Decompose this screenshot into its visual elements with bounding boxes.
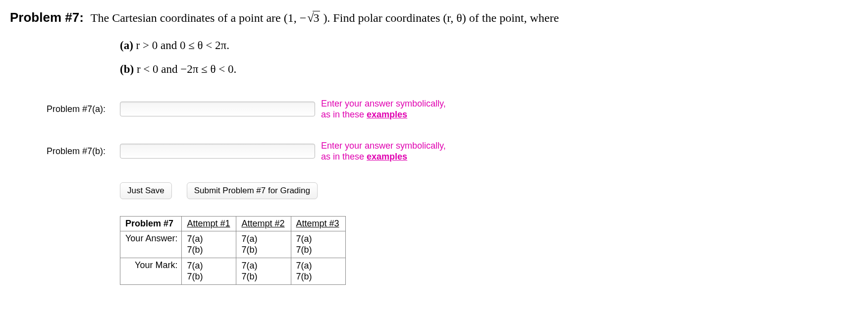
cell-sub-b3: 7(b) — [296, 245, 312, 255]
submit-button[interactable]: Submit Problem #7 for Grading — [187, 182, 318, 199]
answer-b-label: Problem #7(b): — [10, 146, 120, 157]
attempt-3-header[interactable]: Attempt #3 — [291, 216, 345, 231]
mark-cell-3: 7(a)7(b) — [291, 258, 345, 284]
your-answer-label: Your Answer: — [120, 231, 182, 258]
attempt-2-header[interactable]: Attempt #2 — [236, 216, 291, 231]
part-a: (a) r > 0 and 0 ≤ θ < 2π. — [120, 35, 858, 56]
table-corner: Problem #7 — [120, 216, 182, 231]
statement-pre: The Cartesian coordinates of a point are… — [91, 11, 306, 24]
button-row: Just Save Submit Problem #7 for Grading — [120, 182, 858, 199]
problem-number: Problem #7: — [10, 10, 84, 25]
attempts-table: Problem #7 Attempt #1 Attempt #2 Attempt… — [120, 216, 346, 285]
answer-cell-2: 7(a)7(b) — [236, 231, 291, 258]
answer-a-input[interactable] — [120, 102, 315, 116]
cell-sub-ma2: 7(a) — [241, 261, 257, 271]
answer-cell-1: 7(a)7(b) — [182, 231, 236, 258]
cell-sub-b2: 7(b) — [241, 245, 257, 255]
problem-statement: The Cartesian coordinates of a point are… — [91, 10, 559, 26]
answer-row-b: Problem #7(b): Enter your answer symboli… — [10, 140, 858, 163]
table-header-row: Problem #7 Attempt #1 Attempt #2 Attempt… — [120, 216, 346, 231]
problem-header: Problem #7: The Cartesian coordinates of… — [10, 10, 858, 26]
mark-cell-1: 7(a)7(b) — [182, 258, 236, 284]
hint-line2-pre: as in these — [321, 110, 367, 119]
answer-a-label: Problem #7(a): — [10, 104, 120, 114]
cell-sub-a3: 7(a) — [296, 234, 312, 244]
cell-sub-a2: 7(a) — [241, 234, 257, 244]
part-b-text: r < 0 and −2π ≤ θ < 0. — [137, 63, 236, 75]
part-b-label: (b) — [120, 63, 134, 75]
examples-link[interactable]: examples — [367, 110, 407, 119]
just-save-button[interactable]: Just Save — [120, 182, 172, 199]
cell-sub-mb2: 7(b) — [241, 272, 257, 281]
hint-line1: Enter your answer symbolically, — [321, 99, 446, 109]
answer-block: Problem #7(a): Enter your answer symboli… — [10, 98, 858, 163]
table-answer-row: Your Answer: 7(a)7(b) 7(a)7(b) 7(a)7(b) — [120, 231, 346, 258]
cell-sub-ma1: 7(a) — [187, 261, 203, 271]
examples-link-b[interactable]: examples — [367, 152, 407, 162]
sqrt-icon: √3 — [306, 10, 320, 26]
attempt-1-header[interactable]: Attempt #1 — [182, 216, 236, 231]
part-b: (b) r < 0 and −2π ≤ θ < 0. — [120, 58, 858, 80]
cell-sub-ma3: 7(a) — [296, 261, 312, 271]
problem-parts: (a) r > 0 and 0 ≤ θ < 2π. (b) r < 0 and … — [120, 35, 858, 80]
cell-sub-mb3: 7(b) — [296, 272, 312, 281]
answer-row-a: Problem #7(a): Enter your answer symboli… — [10, 98, 858, 120]
statement-post: ). Find polar coordinates (r, θ) of the … — [320, 11, 559, 24]
table-mark-row: Your Mark: 7(a)7(b) 7(a)7(b) 7(a)7(b) — [120, 258, 346, 284]
part-a-text: r > 0 and 0 ≤ θ < 2π. — [136, 39, 229, 52]
hint-line2-pre-b: as in these — [321, 152, 367, 162]
your-mark-label: Your Mark: — [120, 258, 182, 284]
answer-b-input[interactable] — [120, 144, 315, 159]
part-a-label: (a) — [120, 39, 133, 52]
answer-a-hint: Enter your answer symbolically, as in th… — [321, 98, 446, 120]
mark-cell-2: 7(a)7(b) — [236, 258, 291, 284]
cell-sub-mb1: 7(b) — [187, 272, 203, 281]
answer-cell-3: 7(a)7(b) — [291, 231, 345, 258]
cell-sub-b: 7(b) — [187, 245, 203, 255]
answer-b-hint: Enter your answer symbolically, as in th… — [321, 140, 446, 163]
cell-sub-a: 7(a) — [187, 234, 203, 244]
hint-line1-b: Enter your answer symbolically, — [321, 141, 446, 151]
sqrt-radicand: 3 — [313, 11, 320, 24]
